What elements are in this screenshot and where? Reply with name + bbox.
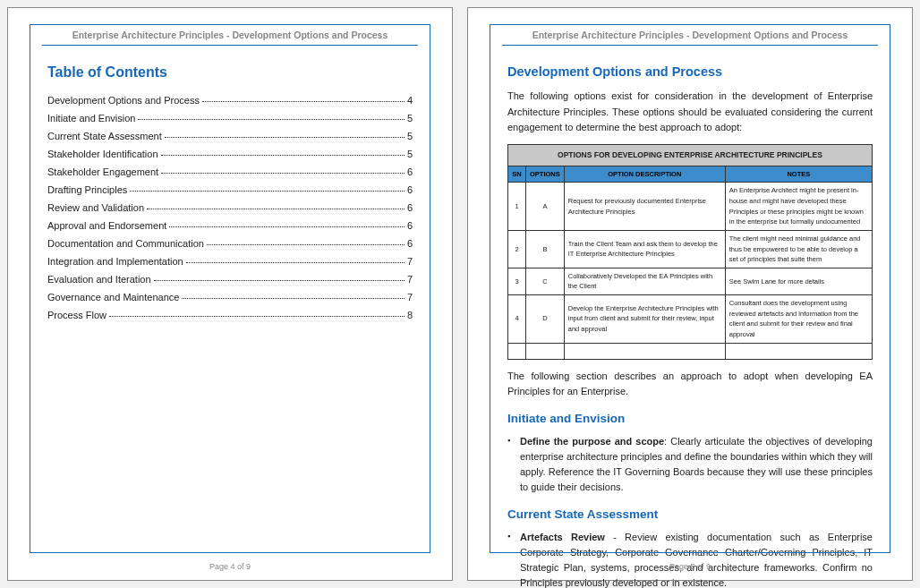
toc-row[interactable]: Evaluation and Iteration7 xyxy=(47,272,413,287)
table-header-desc: OPTION DESCRIPTION xyxy=(564,166,725,183)
toc-label: Initiate and Envision xyxy=(47,111,135,126)
toc-dots xyxy=(147,209,405,209)
table-cell-opt: D xyxy=(526,295,565,344)
toc-label: Review and Validation xyxy=(47,200,144,216)
toc-label: Stakeholder Identification xyxy=(47,147,158,162)
table-cell-sn: 4 xyxy=(508,295,526,344)
table-row: 2BTrain the Client Team and ask them to … xyxy=(508,230,873,268)
table-cell-notes: Consultant does the development using re… xyxy=(725,295,872,344)
table-cell-opt: A xyxy=(526,183,565,231)
table-cell-notes: An Enterprise Architect might be present… xyxy=(725,183,872,231)
page-header: Enterprise Architecture Principles - Dev… xyxy=(33,24,427,45)
toc-page-number: 5 xyxy=(407,111,413,126)
toc-row[interactable]: Process Flow8 xyxy=(47,308,413,323)
toc-page-number: 6 xyxy=(407,236,413,251)
toc-label: Stakeholder Engagement xyxy=(47,165,158,180)
toc-page-number: 7 xyxy=(407,272,413,287)
bullet-text: Define the purpose and scope: Clearly ar… xyxy=(520,434,873,495)
toc-page-number: 6 xyxy=(407,183,413,198)
table-cell-sn: 1 xyxy=(508,183,526,231)
toc-label: Integration and Implementation xyxy=(47,254,183,269)
toc-page-number: 8 xyxy=(407,308,413,323)
table-header-notes: NOTES xyxy=(725,166,872,183)
table-row: 1ARequest for previously documented Ente… xyxy=(508,183,873,231)
toc-dots xyxy=(202,101,405,102)
after-table-paragraph: The following section describes an appro… xyxy=(507,369,873,399)
page-right: Enterprise Architecture Principles - Dev… xyxy=(467,7,913,581)
toc-page-number: 7 xyxy=(407,290,413,305)
toc-label: Evaluation and Iteration xyxy=(47,272,151,287)
toc-row[interactable]: Current State Assessment5 xyxy=(47,129,413,144)
toc-page-number: 6 xyxy=(407,200,413,216)
intro-paragraph: The following options exist for consider… xyxy=(507,89,873,134)
toc-row[interactable]: Governance and Maintenance7 xyxy=(47,290,413,305)
table-cell-notes: The client might need minimal guidance a… xyxy=(725,230,872,268)
table-header-options: OPTIONS xyxy=(526,166,565,183)
toc-dots xyxy=(154,280,405,281)
toc-row[interactable]: Review and Validation6 xyxy=(47,200,413,216)
bullet-marker-icon: ▪ xyxy=(507,434,520,495)
table-cell-sn: 3 xyxy=(508,268,526,294)
toc-label: Development Options and Process xyxy=(47,93,200,108)
bullet-text: Artefacts Review - Review existing docum… xyxy=(520,530,873,588)
page-header: Enterprise Architecture Principles - Dev… xyxy=(493,24,887,45)
toc-page-number: 5 xyxy=(407,147,413,162)
toc-label: Process Flow xyxy=(47,308,106,323)
toc-row[interactable]: Drafting Principles6 xyxy=(47,183,413,198)
toc-dots xyxy=(161,155,405,156)
toc-label: Documentation and Communication xyxy=(47,236,204,251)
toc-row[interactable]: Stakeholder Identification5 xyxy=(47,147,413,162)
toc-page-number: 6 xyxy=(407,218,413,234)
table-cell-desc: Request for previously documented Enterp… xyxy=(564,183,725,231)
toc-page-number: 7 xyxy=(407,254,413,269)
toc-label: Drafting Principles xyxy=(47,183,127,198)
toc-dots xyxy=(165,137,405,138)
toc-title: Table of Contents xyxy=(47,62,413,84)
toc-dots xyxy=(161,173,405,174)
table-cell-desc: Train the Client Team and ask them to de… xyxy=(564,230,725,268)
header-underline xyxy=(502,45,878,46)
toc-dots xyxy=(169,226,405,227)
toc-label: Governance and Maintenance xyxy=(47,290,179,305)
table-row: 3CCollaboratively Developed the EA Princ… xyxy=(508,268,873,294)
page-footer-right: Page 5 of 9 xyxy=(468,562,912,571)
toc-row[interactable]: Development Options and Process4 xyxy=(47,93,413,108)
toc-dots xyxy=(182,298,404,299)
toc-dots xyxy=(109,316,405,317)
toc-page-number: 5 xyxy=(407,129,413,144)
toc-dots xyxy=(138,119,404,120)
toc-row[interactable]: Documentation and Communication6 xyxy=(47,236,413,251)
toc-label: Approval and Endorsement xyxy=(47,218,166,234)
section-title-initiate: Initiate and Envision xyxy=(507,410,873,429)
toc-label: Current State Assessment xyxy=(47,129,162,144)
table-caption: OPTIONS FOR DEVELOPING ENTERPRISE ARCHIT… xyxy=(508,144,873,166)
toc-row[interactable]: Integration and Implementation7 xyxy=(47,254,413,269)
table-cell-notes: See Swim Lane for more details xyxy=(725,268,872,294)
toc-row[interactable]: Approval and Endorsement6 xyxy=(47,218,413,234)
options-table: OPTIONS FOR DEVELOPING ENTERPRISE ARCHIT… xyxy=(507,144,873,361)
table-cell-desc: Collaboratively Developed the EA Princip… xyxy=(564,268,725,294)
toc-list: Development Options and Process4Initiate… xyxy=(47,93,413,324)
section-title-dev-options: Development Options and Process xyxy=(507,62,873,81)
toc-row[interactable]: Initiate and Envision5 xyxy=(47,111,413,126)
table-header-sn: SN xyxy=(508,166,526,183)
bullet-lead: Define the purpose and scope xyxy=(520,436,664,447)
table-cell-opt: C xyxy=(526,268,565,294)
toc-dots xyxy=(186,262,405,263)
table-cell-opt: B xyxy=(526,230,565,268)
table-cell-desc: Develop the Enterprise Architecture Prin… xyxy=(564,295,725,344)
table-empty-row xyxy=(508,343,873,360)
page-left: Enterprise Architecture Principles - Dev… xyxy=(7,7,453,581)
table-row: 4DDevelop the Enterprise Architecture Pr… xyxy=(508,295,873,344)
toc-dots xyxy=(207,244,405,245)
section-title-current-state: Current State Assessment xyxy=(507,506,873,524)
toc-dots xyxy=(130,191,405,192)
bullet-marker-icon: ▪ xyxy=(507,530,520,588)
bullet-lead: Artefacts Review xyxy=(520,532,605,542)
toc-row[interactable]: Stakeholder Engagement6 xyxy=(47,165,413,180)
toc-page-number: 6 xyxy=(407,165,413,180)
bullet-item: ▪ Artefacts Review - Review existing doc… xyxy=(507,530,873,588)
table-cell-sn: 2 xyxy=(508,230,526,268)
bullet-item: ▪ Define the purpose and scope: Clearly … xyxy=(507,434,873,495)
header-underline xyxy=(42,45,418,46)
